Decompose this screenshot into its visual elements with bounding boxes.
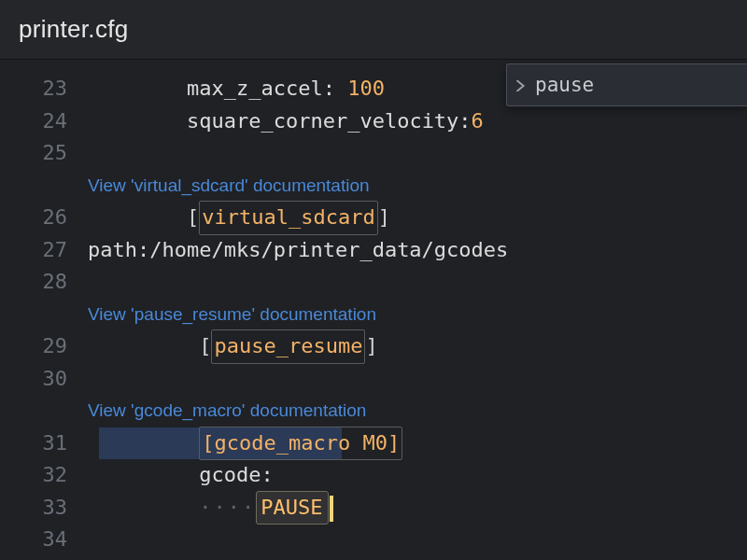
file-name: printer.cfg: [19, 15, 128, 44]
bracket-icon: ]: [378, 205, 390, 229]
line-number: 34: [0, 524, 88, 556]
line-number: 24: [0, 105, 88, 138]
pause-token: PAUSE: [256, 491, 329, 525]
code-line[interactable]: 29 [pause_resume]: [0, 330, 747, 363]
section-name: virtual_sdcard: [199, 201, 377, 235]
code-text: square_corner_velocity:: [187, 109, 472, 133]
bracket-icon: ]: [365, 334, 377, 357]
code-line[interactable]: 27 path:/home/mks/printer_data/gcodes: [0, 234, 747, 267]
line-number: 26: [0, 202, 88, 234]
code-text: path:/home/mks/printer_data/gcodes: [88, 234, 508, 267]
line-number: 31: [0, 427, 88, 460]
code-line[interactable]: 24 square_corner_velocity:6: [0, 105, 747, 138]
code-line[interactable]: 33 ····PAUSE: [0, 492, 747, 525]
line-number: 27: [0, 234, 88, 267]
line-number: 28: [0, 266, 88, 299]
code-number: 6: [472, 109, 484, 133]
code-line[interactable]: 28: [0, 266, 747, 299]
line-number: 23: [0, 73, 88, 105]
text-cursor: [330, 496, 333, 522]
indent-guides: ····: [199, 496, 256, 519]
bracket-icon: [: [187, 205, 199, 229]
line-number: 33: [0, 492, 88, 525]
line-number: 29: [0, 330, 88, 363]
line-number: 30: [0, 363, 88, 396]
code-line[interactable]: 26 [virtual_sdcard]: [0, 202, 747, 234]
code-keyword: PAUSE: [261, 492, 322, 525]
line-number: 25: [0, 137, 88, 170]
code-editor[interactable]: 23 max_z_accel: 100 24 square_corner_vel…: [0, 60, 747, 560]
bracket-icon: [: [199, 334, 211, 357]
section-name: pause_resume: [211, 329, 365, 364]
editor-viewport[interactable]: pause 23 max_z_accel: 100 24 square_corn…: [0, 60, 747, 560]
line-number: 32: [0, 459, 88, 492]
